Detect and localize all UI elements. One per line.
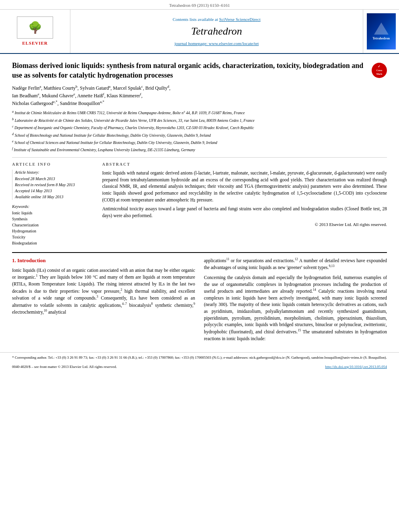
affiliations-section: a Institut de Chimie Moléculaire de Reim… [12,109,387,153]
abstract-para1: Ionic liquids with natural organic deriv… [102,170,387,203]
elsevier-wordmark: ELSEVIER [22,40,48,46]
author-kummerer: Klaus Kümmererf, [107,93,142,99]
article-info-heading: ARTICLE INFO [12,162,93,167]
journal-title: Tetrahedron [191,24,242,39]
section-1-number: 1. [12,257,16,263]
section-1-title: 1. Introduction [12,257,195,265]
article-info-col: ARTICLE INFO Article history: Received 2… [12,162,93,246]
intro-para-2: applications11 or for separations and ex… [204,257,387,271]
journal-top-bar: Tetrahedron 69 (2013) 6150–6161 [0,0,399,10]
elsevier-logo-section: 🌳 ELSEVIER [0,10,70,53]
author-gatard: Sylvain Gatarda, [80,85,113,91]
sciverse-link[interactable]: Contents lists available at SciVerse Sci… [173,16,260,23]
cover-label: Tetrahedron [372,36,390,41]
sciverse-name[interactable]: SciVerse ScienceDirect [219,17,261,22]
tree-icon: 🌳 [28,20,42,35]
author-ghavre: Mukund Ghavree, [42,93,77,99]
crossmark-label: ✓CrossMark [376,65,383,76]
crossmark-icon[interactable]: ✓CrossMark [372,63,387,78]
journal-homepage[interactable]: journal homepage: www.elsevier.com/locat… [175,41,259,47]
available-date: Available online 18 May 2013 [15,194,93,200]
accepted-date: Accepted 14 May 2013 [15,188,93,194]
footer-issn: 0040-4020/$ – see front matter © 2013 El… [12,364,117,370]
body-col-right: applications11 or for separations and ex… [204,257,387,345]
author-quilty: Brid Quiltyd, [145,85,171,91]
journal-header: 🌳 ELSEVIER Contents lists available at S… [0,10,399,54]
abstract-copyright: © 2013 Elsevier Ltd. All rights reserved… [102,222,387,228]
affiliation-f: f Institute of Sustainable and Environme… [12,146,387,153]
author-spulak: Marcel Spulakc, [113,85,145,91]
received-date: Received 28 March 2013 [15,176,93,182]
journal-citation: Tetrahedron 69 (2013) 6150–6161 [169,3,230,8]
article-history: Article history: Received 28 March 2013 … [12,170,93,200]
body-two-col: 1. Introduction Ionic liquids (ILs) cons… [12,257,387,345]
sciverse-prefix: Contents lists available at [173,17,219,22]
keywords-heading: Keywords: [12,204,93,210]
keyword-3: Characterization [12,222,93,228]
journal-center: Contents lists available at SciVerse Sci… [70,10,363,53]
body-col-left: 1. Introduction Ionic liquids (ILs) cons… [12,257,195,345]
article-title: Biomass derived ionic liquids: synthesis… [12,61,372,80]
author-gathergood: Nicholas Gathergoode,*, [12,101,60,106]
keyword-6: Biodegradation [12,240,93,246]
affiliation-d: d School of Biotechnology and National I… [12,132,387,138]
abstract-text: Ionic liquids with natural organic deriv… [102,170,387,219]
author-ferlin: Nadège Ferlina, [12,85,43,91]
elsevier-logo-box: 🌳 [17,16,53,39]
affiliation-a: a Institut de Chimie Moléculaire de Reim… [12,109,387,116]
tetrahedron-shape-icon [374,23,389,35]
abstract-para2: Antimicrobial toxicity assays toward a l… [102,205,387,219]
author-courty: Matthieu Courtyb, [43,85,80,91]
article-title-section: Biomass derived ionic liquids: synthesis… [12,61,387,80]
page-wrapper: Tetrahedron 69 (2013) 6150–6161 🌳 ELSEVI… [0,0,399,532]
keyword-5: Toxicity [12,234,93,240]
history-title: Article history: [15,170,93,175]
intro-para-1: Ionic liquids (ILs) consist of an organi… [12,267,195,316]
footer-doi[interactable]: http://dx.doi.org/10.1016/j.tet.2013.05.… [325,364,387,370]
affiliation-c: c Department of Inorganic and Organic Ch… [12,124,387,131]
article-info-abstract: ARTICLE INFO Article history: Received 2… [12,162,387,246]
elsevier-logo: 🌳 ELSEVIER [17,16,53,46]
cover-image: Tetrahedron [367,13,396,49]
abstract-heading: ABSTRACT [102,162,387,167]
section-1-label: Introduction [17,257,46,263]
crossmark-badge[interactable]: ✓CrossMark [372,63,387,78]
keyword-2: Synthesis [12,216,93,222]
footer-bottom: 0040-4020/$ – see front matter © 2013 El… [0,363,399,371]
affiliation-e: e School of Chemical Sciences and Nation… [12,139,387,146]
divider-1 [12,157,387,158]
article-content: Biomass derived ionic liquids: synthesis… [0,54,399,352]
authors-section: Nadège Ferlina, Matthieu Courtyb, Sylvai… [12,84,387,107]
keywords-section: Keywords: Ionic liquids Synthesis Charac… [12,204,93,246]
author-bouquillon: Sandrine Bouquillona,* [60,101,104,106]
abstract-col: ABSTRACT Ionic liquids with natural orga… [102,162,387,246]
corresponding-note: * Corresponding author. Tel.: +33 (0) 3 … [12,355,387,359]
author-beadham: Ian Beadhame, [12,93,42,99]
body-divider [12,252,387,253]
author-haiss: Annette Haißf, [77,93,107,99]
revised-date: Received in revised form 8 May 2013 [15,182,93,188]
intro-para-3: Concerning the catalysis domain and espe… [204,274,387,342]
journal-cover: Tetrahedron [363,10,399,53]
footer-notes: * Corresponding author. Tel.: +33 (0) 3 … [0,352,399,363]
keyword-4: Hydrogenation [12,228,93,234]
keyword-1: Ionic liquids [12,210,93,216]
affiliation-b: b Laboratoire de Réactivité et de Chimie… [12,117,387,123]
